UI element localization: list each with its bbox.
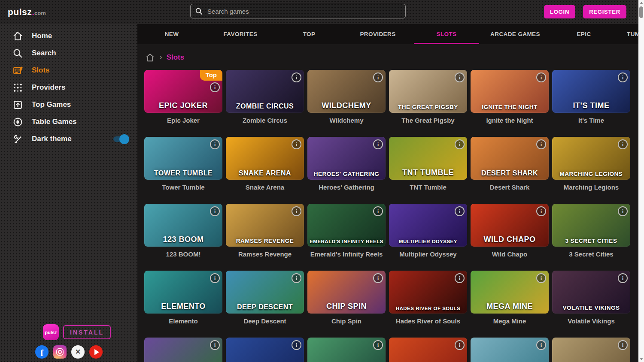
tab-favorites[interactable]: FAVORITES — [206, 24, 275, 44]
sidebar-item-dark-theme[interactable]: Dark theme — [0, 130, 137, 148]
sidebar-item-home[interactable]: Home — [0, 27, 137, 45]
login-button[interactable]: LOGIN — [544, 5, 575, 18]
info-icon[interactable]: i — [536, 206, 546, 216]
tab-new[interactable]: NEW — [137, 24, 206, 44]
game-card[interactable]: 3 SECRET CITIES i 3 Secret Cities — [552, 204, 630, 258]
game-card[interactable]: i — [552, 338, 630, 362]
tab-arcade-games[interactable]: ARCADE GAMES — [481, 24, 550, 44]
game-card[interactable]: i — [389, 338, 467, 362]
info-icon[interactable]: i — [455, 206, 465, 216]
game-art[interactable]: DESERT SHARK i — [471, 137, 549, 180]
game-card[interactable]: DESERT SHARK i Desert Shark — [471, 137, 549, 191]
game-art[interactable]: MEGA MINE i — [471, 271, 549, 314]
game-card[interactable]: WILD CHAPO i Wild Chapo — [471, 204, 549, 258]
facebook-icon[interactable]: f — [35, 345, 49, 359]
install-button[interactable]: INSTALL — [63, 325, 111, 339]
dark-theme-toggle[interactable] — [113, 136, 128, 142]
info-icon[interactable]: i — [455, 273, 465, 283]
game-art[interactable]: HADES RIVER OF SOULS i — [389, 271, 467, 314]
game-card[interactable]: DEEP DESCENT i Deep Descent — [226, 271, 304, 325]
info-icon[interactable]: i — [210, 273, 220, 283]
game-art[interactable]: MARCHING LEGIONS i — [552, 137, 630, 180]
instagram-icon[interactable] — [53, 345, 67, 359]
game-art[interactable]: i — [307, 338, 386, 362]
info-icon[interactable]: i — [210, 139, 220, 149]
info-icon[interactable]: i — [536, 72, 546, 82]
game-art[interactable]: ZOMBIE CIRCUS i — [226, 70, 304, 113]
info-icon[interactable]: i — [618, 139, 628, 149]
info-icon[interactable]: i — [292, 139, 301, 149]
game-card[interactable]: i — [471, 338, 549, 362]
scrollbar-up-arrow[interactable] — [640, 2, 643, 4]
sidebar-item-search[interactable]: Search — [0, 45, 137, 62]
game-card[interactable]: CHIP SPIN i Chip Spin — [307, 271, 386, 325]
game-card[interactable]: MEGA MINE i Mega Mine — [471, 271, 549, 325]
info-icon[interactable]: i — [373, 206, 383, 216]
sidebar-item-providers[interactable]: Providers — [0, 79, 137, 96]
game-art[interactable]: WILD CHAPO i — [471, 204, 549, 247]
sidebar-item-table-games[interactable]: Table Games — [0, 113, 137, 130]
game-card[interactable]: ZOMBIE CIRCUS i Zombie Circus — [226, 70, 304, 124]
game-art[interactable]: CHIP SPIN i — [307, 271, 386, 314]
game-art[interactable]: THE GREAT PIGSBY i — [389, 70, 467, 113]
youtube-icon[interactable] — [89, 345, 103, 359]
game-art[interactable]: i — [389, 338, 467, 362]
game-card[interactable]: IT'S TIME i It's Time — [552, 70, 630, 124]
sidebar-item-slots[interactable]: Slots — [0, 62, 137, 79]
game-art[interactable]: IT'S TIME i — [552, 70, 630, 113]
sidebar-item-top-games[interactable]: Top Games — [0, 96, 137, 113]
game-card[interactable]: ELEMENTO i Elemento — [144, 271, 222, 325]
info-icon[interactable]: i — [618, 206, 628, 216]
info-icon[interactable]: i — [618, 72, 628, 82]
info-icon[interactable]: i — [292, 273, 301, 283]
game-card[interactable]: RAMSES REVENGE i Ramses Revenge — [226, 204, 304, 258]
game-art[interactable]: 123 BOOM i — [144, 204, 222, 247]
page-scrollbar[interactable] — [638, 0, 644, 362]
info-icon[interactable]: i — [373, 139, 383, 149]
game-art[interactable]: 3 SECRET CITIES i — [552, 204, 630, 247]
register-button[interactable]: REGISTER — [583, 5, 626, 18]
info-icon[interactable]: i — [536, 340, 546, 350]
game-art[interactable]: i — [471, 338, 549, 362]
game-art[interactable]: DEEP DESCENT i — [226, 271, 304, 314]
info-icon[interactable]: i — [292, 340, 301, 350]
game-art[interactable]: ELEMENTO i — [144, 271, 222, 314]
game-art[interactable]: Top EPIC JOKER i — [144, 70, 222, 113]
tab-tum[interactable]: TUM — [618, 24, 638, 44]
game-art[interactable]: WILDCHEMY i — [307, 70, 386, 113]
pulsz-logo[interactable]: pulsz.com — [8, 7, 46, 17]
game-art[interactable]: i — [144, 338, 222, 362]
game-card[interactable]: i — [144, 338, 222, 362]
game-card[interactable]: TOWER TUMBLE i Tower Tumble — [144, 137, 222, 191]
game-card[interactable]: SNAKE ARENA i Snake Arena — [226, 137, 304, 191]
game-card[interactable]: EMERALD'S INFINITY REELS i Emerald's Inf… — [307, 204, 386, 258]
game-art[interactable]: IGNITE THE NIGHT i — [471, 70, 549, 113]
info-icon[interactable]: i — [210, 340, 220, 350]
search-input[interactable] — [207, 8, 401, 15]
game-art[interactable]: MULTIPLIER ODYSSEY i — [389, 204, 467, 247]
scrollbar-down-arrow[interactable] — [640, 358, 643, 360]
game-art[interactable]: EMERALD'S INFINITY REELS i — [307, 204, 386, 247]
info-icon[interactable]: i — [373, 273, 383, 283]
pulsz-app-icon[interactable]: pulsz — [43, 324, 59, 340]
game-card[interactable]: HEROES' GATHERING i Heroes' Gathering — [307, 137, 386, 191]
breadcrumb-current[interactable]: Slots — [167, 53, 185, 62]
info-icon[interactable]: i — [373, 340, 383, 350]
search-box[interactable] — [190, 4, 406, 18]
game-art[interactable]: TOWER TUMBLE i — [144, 137, 222, 180]
game-art[interactable]: TNT TUMBLE i — [389, 137, 467, 180]
game-card[interactable]: Top EPIC JOKER i Epic Joker — [144, 70, 222, 124]
game-card[interactable]: 123 BOOM i 123 BOOM! — [144, 204, 222, 258]
home-icon[interactable] — [145, 53, 155, 63]
game-card[interactable]: HADES RIVER OF SOULS i Hades River of So… — [389, 271, 467, 325]
info-icon[interactable]: i — [536, 273, 546, 283]
info-icon[interactable]: i — [292, 72, 301, 82]
game-card[interactable]: IGNITE THE NIGHT i Ignite the Night — [471, 70, 549, 124]
game-card[interactable]: VOLATILE VIKINGS i Volatile Vikings — [552, 271, 630, 325]
game-art[interactable]: SNAKE ARENA i — [226, 137, 304, 180]
info-icon[interactable]: i — [210, 206, 220, 216]
game-card[interactable]: i — [226, 338, 304, 362]
info-icon[interactable]: i — [618, 340, 628, 350]
game-card[interactable]: WILDCHEMY i Wildchemy — [307, 70, 386, 124]
game-card[interactable]: MARCHING LEGIONS i Marching Legions — [552, 137, 630, 191]
